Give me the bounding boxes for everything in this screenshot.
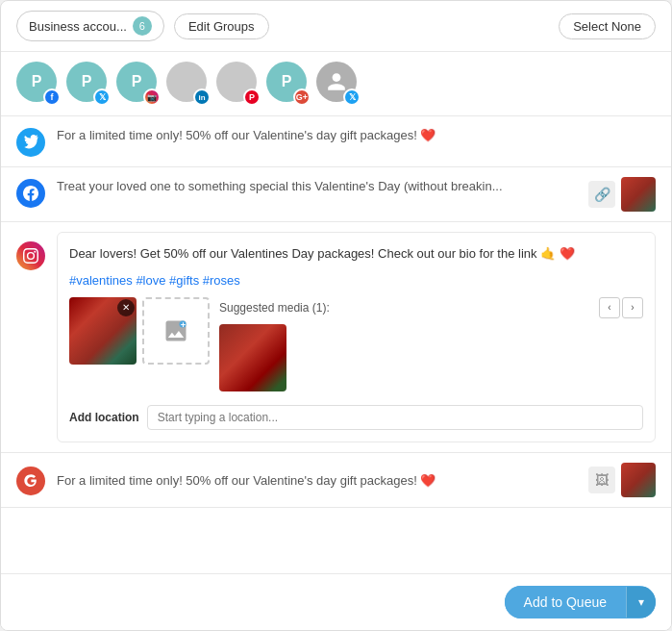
header: Business accou... 6 Edit Groups Select N…: [1, 1, 671, 52]
facebook-post-row: 🔗: [1, 167, 671, 222]
add-location-button[interactable]: Add location: [69, 411, 139, 424]
next-arrow[interactable]: ›: [622, 297, 643, 318]
facebook-media-thumb[interactable]: [621, 177, 656, 212]
nav-arrows: ‹ ›: [599, 297, 643, 318]
avatar-row: P f P 𝕏 P 📷 in P P G+: [1, 52, 671, 116]
business-account-label: Business accou...: [29, 19, 127, 34]
instagram-hashtags: #valentines #love #gifts #roses: [69, 273, 643, 288]
add-to-queue-button[interactable]: Add to Queue ▾: [505, 586, 656, 618]
instagram-post-card: Dear lovers! Get 50% off our Valentines …: [57, 232, 656, 442]
facebook-post-content: [57, 177, 577, 195]
suggested-img-1[interactable]: [219, 324, 286, 391]
instagram-post-row: Dear lovers! Get 50% off our Valentines …: [1, 222, 671, 453]
twitter-post-content: [57, 126, 656, 144]
media-remove-button[interactable]: ✕: [117, 299, 135, 316]
add-to-queue-main-button[interactable]: Add to Queue: [505, 586, 626, 618]
googleplus-media-icons: 🖼: [588, 463, 656, 497]
avatar-twitter-2[interactable]: P 𝕏: [66, 62, 111, 106]
facebook-badge: f: [43, 88, 61, 106]
instagram-icon: [16, 241, 45, 270]
googleplus-post-content: For a limited time only! 50% off our Val…: [57, 471, 577, 489]
twitter-post-row: [1, 116, 671, 167]
twitter-badge: 𝕏: [93, 88, 111, 106]
footer: Add to Queue ▾: [1, 573, 671, 630]
suggested-media-header: Suggested media (1): ‹ ›: [219, 297, 643, 318]
edit-groups-button[interactable]: Edit Groups: [174, 13, 269, 39]
avatar-photo[interactable]: 𝕏: [316, 62, 361, 106]
business-account-button[interactable]: Business accou... 6: [16, 11, 164, 41]
media-add-button[interactable]: +: [142, 297, 210, 365]
twitter-post-input[interactable]: [57, 127, 656, 144]
main-content: 🔗 Dear lovers! Get 50% off our Valentine…: [1, 116, 671, 573]
location-row: Add location: [69, 401, 643, 430]
facebook-icon: [16, 179, 45, 208]
googleplus-badge: G+: [293, 88, 311, 106]
facebook-link-icon[interactable]: 🔗: [588, 181, 615, 208]
app-container: Business accou... 6 Edit Groups Select N…: [0, 0, 672, 631]
select-none-button[interactable]: Select None: [559, 13, 656, 39]
add-to-queue-dropdown-button[interactable]: ▾: [626, 587, 656, 618]
googleplus-post-row: For a limited time only! 50% off our Val…: [1, 453, 671, 508]
facebook-media-icons: 🔗: [588, 177, 656, 212]
photo-twitter-badge: 𝕏: [343, 88, 361, 106]
prev-arrow[interactable]: ‹: [599, 297, 620, 318]
instagram-post-content: Dear lovers! Get 50% off our Valentines …: [57, 232, 656, 442]
googleplus-media-thumb[interactable]: [621, 463, 656, 497]
instagram-media-thumb-1: ✕: [69, 297, 137, 365]
twitter-icon: [16, 128, 45, 157]
account-count-badge: 6: [133, 16, 152, 36]
svg-text:+: +: [181, 319, 187, 329]
googleplus-image-icon[interactable]: 🖼: [588, 467, 615, 493]
instagram-badge: 📷: [143, 88, 161, 106]
suggested-media: Suggested media (1): ‹ ›: [219, 297, 643, 391]
avatar-twitter-1[interactable]: P f: [16, 62, 61, 106]
googleplus-icon: [16, 467, 45, 495]
linkedin-badge: in: [193, 88, 211, 106]
facebook-post-input[interactable]: [57, 178, 577, 195]
googleplus-post-text: For a limited time only! 50% off our Val…: [57, 473, 436, 488]
instagram-media-area: ✕ + Suggested media (1): ‹ ›: [69, 297, 643, 391]
instagram-post-text: Dear lovers! Get 50% off our Valentines …: [69, 244, 643, 264]
avatar-googleplus[interactable]: P G+: [266, 62, 311, 106]
instagram-media-images: ✕ +: [69, 297, 210, 365]
location-input[interactable]: [147, 405, 643, 430]
suggested-media-label: Suggested media (1):: [219, 301, 330, 315]
avatar-instagram[interactable]: P 📷: [116, 62, 161, 106]
avatar-pinterest[interactable]: P: [216, 62, 261, 106]
avatar-linkedin[interactable]: in: [166, 62, 211, 106]
pinterest-badge: P: [243, 88, 261, 106]
